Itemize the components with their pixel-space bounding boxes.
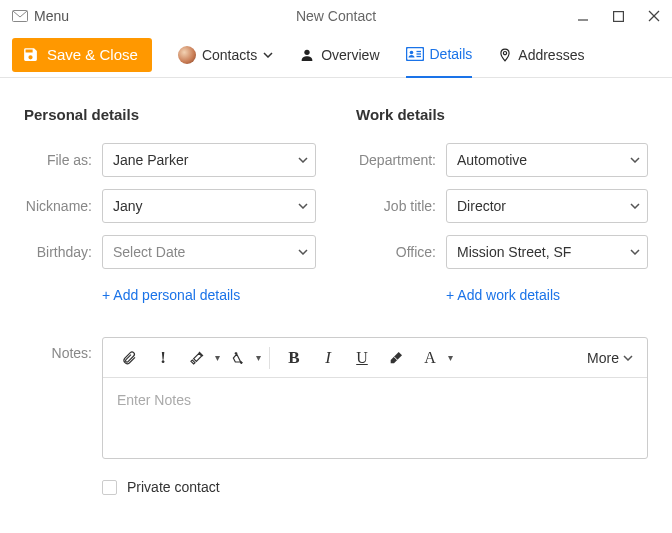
- menu-button[interactable]: Menu: [12, 8, 69, 24]
- tab-addresses[interactable]: Addresses: [498, 32, 584, 78]
- department-value: Automotive: [446, 143, 648, 177]
- paperclip-icon: [121, 350, 137, 366]
- office-label: Office:: [356, 244, 446, 260]
- nickname-value: Jany: [102, 189, 316, 223]
- priority-button[interactable]: !: [147, 342, 179, 374]
- file-as-label: File as:: [24, 152, 102, 168]
- personal-heading: Personal details: [24, 106, 316, 123]
- svg-point-7: [409, 51, 413, 55]
- toolbar: Save & Close Contacts Overview Details A…: [0, 32, 672, 78]
- department-label: Department:: [356, 152, 446, 168]
- maximize-button[interactable]: [613, 11, 624, 22]
- window-title: New Contact: [296, 8, 376, 24]
- more-button[interactable]: More: [587, 350, 637, 366]
- font-color-button[interactable]: A: [414, 342, 446, 374]
- chevron-down-icon: [623, 355, 633, 361]
- contacts-label: Contacts: [202, 47, 257, 63]
- tab-overview-label: Overview: [321, 47, 379, 63]
- tab-details[interactable]: Details: [406, 32, 473, 78]
- mail-icon: [12, 10, 28, 22]
- tab-addresses-label: Addresses: [518, 47, 584, 63]
- chevron-down-icon: ▾: [448, 352, 453, 363]
- file-as-value: Jane Parker: [102, 143, 316, 177]
- svg-point-5: [304, 49, 309, 54]
- private-checkbox[interactable]: [102, 480, 117, 495]
- chevron-down-icon: ▾: [256, 352, 261, 363]
- office-combo[interactable]: Mission Street, SF: [446, 235, 648, 269]
- birthday-value: Select Date: [102, 235, 316, 269]
- bold-button[interactable]: B: [278, 342, 310, 374]
- person-icon: [299, 47, 315, 63]
- avatar-icon: [178, 46, 196, 64]
- work-heading: Work details: [356, 106, 648, 123]
- chevron-down-icon: ▾: [215, 352, 220, 363]
- jobtitle-value: Director: [446, 189, 648, 223]
- more-label: More: [587, 350, 619, 366]
- menu-label: Menu: [34, 8, 69, 24]
- attach-button[interactable]: [113, 342, 145, 374]
- birthday-combo[interactable]: Select Date: [102, 235, 316, 269]
- italic-button[interactable]: I: [312, 342, 344, 374]
- save-close-button[interactable]: Save & Close: [12, 38, 152, 72]
- personal-section: Personal details File as: Jane Parker Ni…: [24, 106, 316, 303]
- chevron-down-icon: [263, 52, 273, 58]
- jobtitle-label: Job title:: [356, 198, 446, 214]
- save-close-label: Save & Close: [47, 46, 138, 63]
- effects-button[interactable]: [222, 342, 254, 374]
- jobtitle-combo[interactable]: Director: [446, 189, 648, 223]
- underline-button[interactable]: U: [346, 342, 378, 374]
- notes-textarea[interactable]: Enter Notes: [103, 378, 647, 458]
- close-button[interactable]: [648, 10, 660, 22]
- svg-rect-2: [614, 11, 624, 21]
- notes-label: Notes:: [24, 337, 102, 459]
- sparkle-icon: [230, 350, 246, 366]
- department-combo[interactable]: Automotive: [446, 143, 648, 177]
- titlebar: Menu New Contact: [0, 0, 672, 32]
- office-value: Mission Street, SF: [446, 235, 648, 269]
- birthday-label: Birthday:: [24, 244, 102, 260]
- tab-overview[interactable]: Overview: [299, 32, 379, 78]
- minimize-button[interactable]: [577, 10, 589, 22]
- eraser-icon: [388, 350, 404, 366]
- rte-toolbar: ! ▾ ▾ B I U: [103, 338, 647, 378]
- pin-icon: [498, 47, 512, 63]
- separator: [269, 347, 270, 369]
- tab-details-label: Details: [430, 46, 473, 62]
- nickname-combo[interactable]: Jany: [102, 189, 316, 223]
- notes-box: ! ▾ ▾ B I U: [102, 337, 648, 459]
- save-icon: [22, 46, 39, 63]
- file-as-combo[interactable]: Jane Parker: [102, 143, 316, 177]
- add-work-link[interactable]: + Add work details: [446, 287, 560, 303]
- add-personal-link[interactable]: + Add personal details: [102, 287, 240, 303]
- work-section: Work details Department: Automotive Job …: [356, 106, 648, 303]
- id-card-icon: [406, 47, 424, 61]
- highlighter-icon: [189, 350, 205, 366]
- highlight-button[interactable]: [181, 342, 213, 374]
- clear-format-button[interactable]: [380, 342, 412, 374]
- contacts-dropdown[interactable]: Contacts: [178, 32, 273, 78]
- private-label: Private contact: [127, 479, 220, 495]
- nickname-label: Nickname:: [24, 198, 102, 214]
